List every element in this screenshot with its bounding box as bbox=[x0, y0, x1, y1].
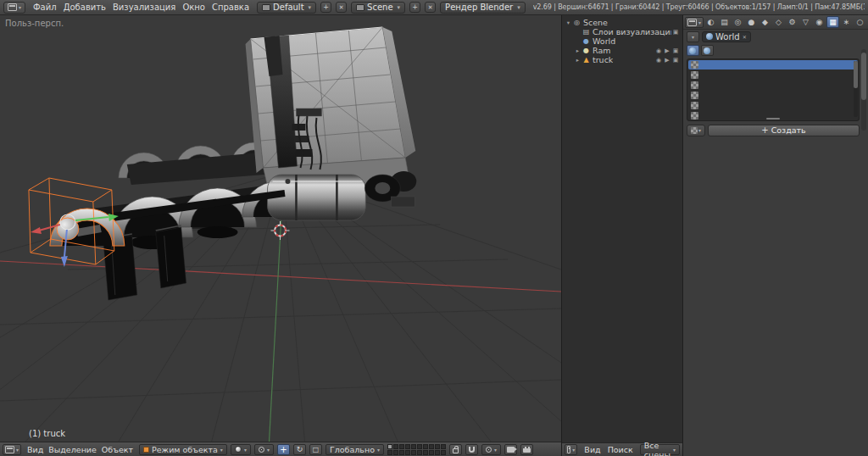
render-layers-tab[interactable]: ▤ bbox=[718, 16, 731, 28]
outliner-menu-item[interactable]: Вид bbox=[581, 445, 604, 454]
viewport-3d: Польз-персп. (1) truck ▾ ВидВыделениеОбъ… bbox=[0, 15, 562, 456]
browse-texture-button[interactable]: ▾ bbox=[687, 125, 705, 136]
mode-select[interactable]: Режим объекта bbox=[139, 444, 227, 455]
topbar-menu-item[interactable]: Файл bbox=[30, 3, 60, 12]
object-data-tab[interactable]: ▽ bbox=[799, 16, 812, 28]
properties-scrollbar[interactable] bbox=[861, 49, 866, 131]
expand-toggle-icon[interactable]: ▸ bbox=[574, 57, 581, 64]
select-toggle-icon[interactable]: ▶ bbox=[663, 57, 671, 64]
delete-scene-button[interactable] bbox=[425, 2, 436, 13]
translate-manipulator-button[interactable] bbox=[277, 444, 290, 455]
rotate-manipulator-button[interactable] bbox=[293, 444, 306, 455]
new-texture-button[interactable]: Создать bbox=[708, 125, 860, 136]
texture-tab[interactable]: ▦ bbox=[826, 16, 839, 28]
layer-toggle[interactable] bbox=[393, 444, 398, 449]
delete-screen-layout-button[interactable] bbox=[336, 2, 347, 13]
layer-toggle[interactable] bbox=[405, 444, 410, 449]
topbar-menu-item[interactable]: Справка bbox=[209, 3, 253, 12]
outliner-menu-item[interactable]: Поиск bbox=[604, 445, 637, 454]
render-opengl-animation-button[interactable] bbox=[520, 444, 533, 455]
layer-toggle[interactable] bbox=[435, 444, 440, 449]
snap-element-select[interactable] bbox=[481, 444, 501, 455]
list-scrollbar[interactable] bbox=[854, 61, 858, 117]
shading-select[interactable] bbox=[231, 444, 251, 455]
hide-toggle-icon[interactable]: ◉ bbox=[654, 47, 663, 54]
browse-id-button[interactable]: ▾ bbox=[687, 31, 699, 42]
expand-toggle-icon[interactable]: ▸ bbox=[574, 47, 581, 54]
render-opengl-button[interactable] bbox=[504, 444, 517, 455]
viewport-menu-item[interactable]: Объект bbox=[99, 445, 136, 454]
layer-toggle[interactable] bbox=[387, 444, 392, 449]
world-datablock-field[interactable]: World ✕ bbox=[702, 31, 751, 42]
snap-toggle-button[interactable] bbox=[465, 444, 478, 455]
texture-slot-row[interactable] bbox=[688, 60, 858, 70]
scene-select[interactable]: Scene bbox=[351, 2, 405, 14]
world-textures-toggle[interactable] bbox=[687, 45, 699, 56]
outliner-row[interactable]: ●World bbox=[562, 36, 682, 46]
editor-type-button[interactable]: ▾ bbox=[565, 444, 577, 455]
layer-toggle[interactable] bbox=[399, 450, 404, 455]
select-toggle-icon[interactable]: ▶ bbox=[663, 47, 671, 54]
render-toggle-icon[interactable]: ▣ bbox=[671, 57, 680, 64]
pivot-select[interactable] bbox=[254, 444, 274, 455]
editor-type-button[interactable]: ▾ bbox=[3, 444, 21, 455]
chevron-down-icon: ▾ bbox=[16, 447, 19, 453]
modifiers-tab[interactable]: ⚙ bbox=[786, 16, 798, 28]
lamp-textures-toggle[interactable] bbox=[701, 45, 714, 56]
hide-toggle-icon[interactable]: ◉ bbox=[654, 57, 663, 64]
editor-type-button[interactable]: ▾ bbox=[3, 2, 25, 14]
particles-tab[interactable]: ∗ bbox=[840, 16, 853, 28]
topbar-menu-item[interactable]: Окно bbox=[179, 3, 209, 12]
topbar-menu-item[interactable]: Добавить bbox=[60, 3, 109, 12]
topbar-menu-item[interactable]: Визуализация bbox=[109, 3, 179, 12]
outliner-row[interactable]: ▤Слои визуализации▣ bbox=[562, 27, 682, 36]
outliner-row[interactable]: ▸▲truck◉▶▣ bbox=[562, 55, 682, 64]
render-engine-select[interactable]: Рендер Blender bbox=[440, 2, 526, 14]
properties-breadcrumb: ▾ World ✕ bbox=[683, 30, 868, 43]
layer-toggle[interactable] bbox=[393, 450, 398, 455]
layer-toggle[interactable] bbox=[435, 450, 440, 455]
add-scene-button[interactable] bbox=[409, 2, 420, 13]
outliner-row[interactable]: ▸●Ram◉▶▣ bbox=[562, 46, 682, 55]
lock-camera-button[interactable] bbox=[449, 444, 462, 455]
layer-toggle[interactable] bbox=[411, 450, 416, 455]
screen-layout-select[interactable]: Default bbox=[257, 2, 316, 14]
texture-slot-row[interactable] bbox=[688, 70, 858, 80]
world-tab[interactable]: ● bbox=[745, 16, 758, 28]
render-tab[interactable]: ◐ bbox=[704, 16, 717, 28]
layer-toggle[interactable] bbox=[411, 444, 416, 449]
scene-tab[interactable]: ◎ bbox=[732, 16, 744, 28]
texture-slot-row[interactable] bbox=[688, 101, 858, 110]
layer-toggle[interactable] bbox=[423, 444, 428, 449]
render-toggle-icon[interactable]: ▣ bbox=[671, 47, 680, 54]
viewport-menu-item[interactable]: Выделение bbox=[46, 445, 99, 454]
texture-slot-row[interactable] bbox=[688, 81, 858, 90]
layer-toggle[interactable] bbox=[429, 450, 434, 455]
layer-toggle[interactable] bbox=[441, 450, 446, 455]
outliner-row[interactable]: ▾◎Scene bbox=[562, 18, 682, 27]
material-tab[interactable]: ◉ bbox=[813, 16, 826, 28]
render-toggle-icon[interactable]: ▣ bbox=[671, 29, 680, 36]
layer-toggle[interactable] bbox=[399, 444, 404, 449]
constraints-tab[interactable]: ◇ bbox=[772, 16, 785, 28]
layer-toggle[interactable] bbox=[417, 444, 422, 449]
layer-toggle[interactable] bbox=[441, 444, 446, 449]
add-screen-layout-button[interactable] bbox=[320, 2, 331, 13]
outliner-item-label: truck bbox=[593, 55, 613, 64]
texture-slot-row[interactable] bbox=[688, 91, 858, 100]
layer-toggle[interactable] bbox=[429, 444, 434, 449]
orientation-select[interactable]: Глобально bbox=[326, 444, 384, 455]
scale-manipulator-button[interactable] bbox=[309, 444, 322, 455]
expand-toggle-icon[interactable]: ▾ bbox=[565, 19, 572, 26]
viewport-canvas[interactable] bbox=[0, 15, 561, 442]
layer-toggle[interactable] bbox=[387, 450, 392, 455]
physics-tab[interactable]: ○ bbox=[854, 16, 866, 28]
outliner-display-select[interactable]: Все сцены bbox=[640, 444, 680, 455]
layer-toggle[interactable] bbox=[417, 450, 422, 455]
editor-type-button[interactable]: ▾ bbox=[685, 17, 704, 28]
layer-toggle[interactable] bbox=[405, 450, 410, 455]
object-tab[interactable]: ◆ bbox=[759, 16, 771, 28]
layer-toggle[interactable] bbox=[423, 450, 428, 455]
viewport-menu-item[interactable]: Вид bbox=[25, 445, 46, 454]
list-resize-grip[interactable] bbox=[766, 118, 780, 120]
